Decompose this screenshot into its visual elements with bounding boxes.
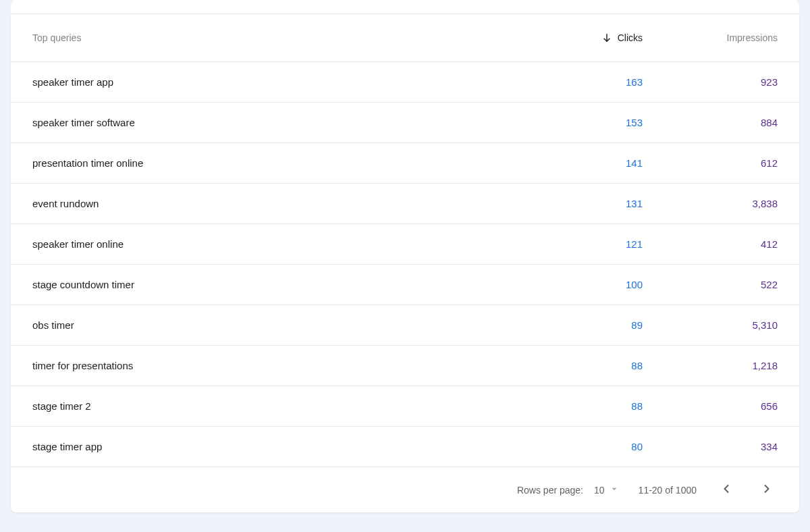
impressions-cell: 612 xyxy=(643,157,778,169)
query-cell[interactable]: event rundown xyxy=(32,198,521,209)
query-cell[interactable]: obs timer xyxy=(32,319,521,331)
column-header-impressions[interactable]: Impressions xyxy=(643,32,778,43)
clicks-cell: 121 xyxy=(521,238,643,250)
impressions-cell: 923 xyxy=(643,76,778,88)
clicks-cell: 141 xyxy=(521,157,643,169)
page-size-select[interactable]: 10 xyxy=(594,483,620,496)
table-row: obs timer 89 5,310 xyxy=(11,305,799,346)
impressions-cell: 334 xyxy=(643,441,778,452)
clicks-cell: 163 xyxy=(521,76,643,88)
query-cell[interactable]: speaker timer app xyxy=(32,76,521,88)
clicks-cell: 100 xyxy=(521,279,643,290)
impressions-cell: 1,218 xyxy=(643,360,778,371)
rows-per-page-label: Rows per page: xyxy=(517,485,583,496)
query-cell[interactable]: speaker timer software xyxy=(32,117,521,128)
table-row: speaker timer online 121 412 xyxy=(11,224,799,265)
column-header-queries[interactable]: Top queries xyxy=(32,32,521,43)
query-cell[interactable]: timer for presentations xyxy=(32,360,521,371)
impressions-cell: 5,310 xyxy=(643,319,778,331)
table-row: speaker timer app 163 923 xyxy=(11,62,799,103)
next-page-button[interactable] xyxy=(756,478,778,502)
query-cell[interactable]: speaker timer online xyxy=(32,238,521,250)
previous-page-button[interactable] xyxy=(716,478,737,502)
impressions-cell: 656 xyxy=(643,400,778,412)
table-row: presentation timer online 141 612 xyxy=(11,143,799,184)
query-cell[interactable]: stage timer app xyxy=(32,441,521,452)
table-row: stage countdown timer 100 522 xyxy=(11,265,799,305)
impressions-cell: 522 xyxy=(643,279,778,290)
queries-table-card: Top queries Clicks Impressions speaker t… xyxy=(11,14,799,512)
column-header-clicks-label: Clicks xyxy=(618,32,643,43)
table-header-row: Top queries Clicks Impressions xyxy=(11,14,799,62)
table-row: timer for presentations 88 1,218 xyxy=(11,346,799,386)
clicks-cell: 89 xyxy=(521,319,643,331)
table-row: event rundown 131 3,838 xyxy=(11,184,799,224)
chevron-left-icon xyxy=(720,482,733,498)
clicks-cell: 88 xyxy=(521,400,643,412)
clicks-cell: 80 xyxy=(521,441,643,452)
card-top-spacer xyxy=(11,0,799,14)
chevron-right-icon xyxy=(760,482,774,498)
clicks-cell: 131 xyxy=(521,198,643,209)
clicks-cell: 88 xyxy=(521,360,643,371)
arrow-down-icon xyxy=(601,32,612,43)
impressions-cell: 3,838 xyxy=(643,198,778,209)
page-size-value: 10 xyxy=(594,485,605,496)
page-range-label: 11-20 of 1000 xyxy=(639,485,697,496)
column-header-clicks[interactable]: Clicks xyxy=(521,32,643,43)
query-cell[interactable]: stage countdown timer xyxy=(32,279,521,290)
table-row: stage timer 2 88 656 xyxy=(11,386,799,427)
pagination-bar: Rows per page: 10 11-20 of 1000 xyxy=(11,467,799,512)
query-cell[interactable]: presentation timer online xyxy=(32,157,521,169)
impressions-cell: 884 xyxy=(643,117,778,128)
clicks-cell: 153 xyxy=(521,117,643,128)
caret-down-icon xyxy=(609,483,620,496)
rows-per-page-control: Rows per page: 10 xyxy=(517,483,620,496)
table-row: speaker timer software 153 884 xyxy=(11,103,799,143)
table-row: stage timer app 80 334 xyxy=(11,427,799,467)
impressions-cell: 412 xyxy=(643,238,778,250)
query-cell[interactable]: stage timer 2 xyxy=(32,400,521,412)
